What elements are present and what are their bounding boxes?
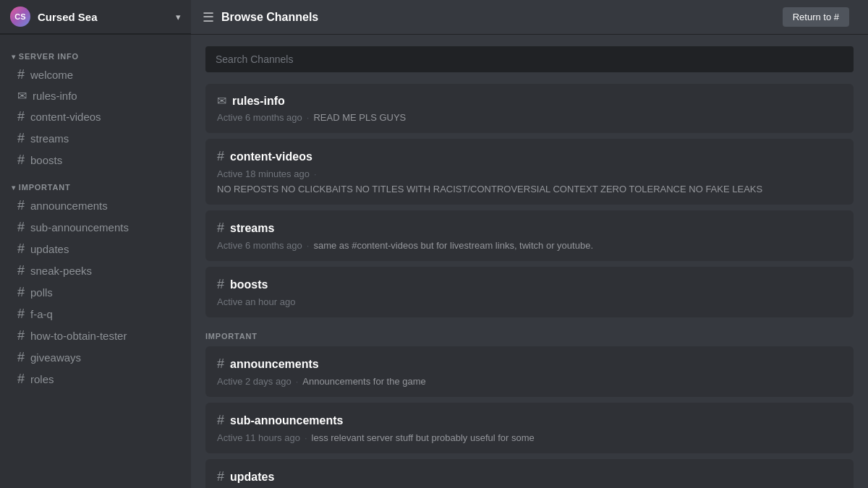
- sidebar-item-how-to-obtain-tester[interactable]: # how-to-obtain-tester: [6, 325, 185, 346]
- category-important[interactable]: ▾ Important: [0, 171, 191, 194]
- sidebar-item-updates[interactable]: # updates: [6, 239, 185, 260]
- channel-card-announcements[interactable]: # announcements Active 2 days ago · Anno…: [205, 346, 854, 397]
- channel-name-f-a-q: f-a-q: [30, 308, 53, 320]
- channel-card-content-videos[interactable]: # content-videos Active 18 minutes ago ·…: [205, 139, 854, 205]
- hash-icon: #: [17, 109, 25, 124]
- hash-card-icon: #: [217, 413, 224, 428]
- card-title: # updates: [217, 469, 842, 484]
- hash-card-icon: #: [217, 221, 224, 236]
- sidebar-item-content-videos[interactable]: # content-videos: [6, 106, 185, 127]
- card-desc-announcements: Announcements for the game: [302, 376, 426, 387]
- card-active-content-videos: Active 18 minutes ago: [217, 168, 310, 179]
- rules-card-icon: ✉: [217, 94, 226, 108]
- sidebar-item-streams[interactable]: # streams: [6, 128, 185, 149]
- category-arrow-icon: ▾: [12, 53, 16, 61]
- channel-card-streams[interactable]: # streams Active 6 months ago · same as …: [205, 210, 854, 261]
- card-desc-content-videos: NO REPOSTS NO CLICKBAITS NO TITLES WITH …: [217, 184, 762, 194]
- return-button[interactable]: Return to #: [783, 7, 849, 27]
- hash-icon: #: [17, 241, 25, 257]
- card-title: # boosts: [217, 277, 842, 292]
- category-arrow-icon: ▾: [12, 184, 16, 192]
- sidebar-item-rules-info[interactable]: ✉ rules-info: [6, 86, 185, 106]
- separator: ·: [307, 112, 310, 123]
- category-server-info[interactable]: ▾ Server Info: [0, 40, 191, 64]
- channel-name-updates: updates: [30, 243, 69, 255]
- rules-icon: ✉: [17, 89, 27, 103]
- card-title: # sub-announcements: [217, 413, 842, 428]
- hash-card-icon: #: [217, 277, 224, 292]
- hash-icon: #: [17, 67, 25, 82]
- hash-icon: #: [17, 153, 25, 168]
- card-meta-content-videos: Active 18 minutes ago · NO REPOSTS NO CL…: [217, 168, 842, 194]
- separator: ·: [314, 168, 317, 179]
- sidebar-item-sneak-peeks[interactable]: # sneak-peeks: [6, 260, 185, 281]
- sidebar-item-boosts[interactable]: # boosts: [6, 150, 185, 171]
- channel-name-announcements: announcements: [30, 200, 108, 212]
- sidebar-item-f-a-q[interactable]: # f-a-q: [6, 304, 185, 325]
- channel-name-boosts: boosts: [30, 154, 62, 166]
- card-title: # content-videos: [217, 149, 842, 164]
- card-name-boosts: boosts: [230, 278, 268, 291]
- hash-card-icon: #: [217, 149, 224, 164]
- sidebar-item-announcements[interactable]: # announcements: [6, 195, 185, 216]
- hash-icon: #: [17, 372, 25, 387]
- sidebar-item-sub-announcements[interactable]: # sub-announcements: [6, 217, 185, 238]
- card-active-announcements: Active 2 days ago: [217, 376, 292, 387]
- separator: ·: [305, 432, 307, 443]
- card-meta-streams: Active 6 months ago · same as #content-v…: [217, 240, 842, 251]
- card-meta-sub-announcements: Active 11 hours ago · less relevant serv…: [217, 432, 842, 443]
- server-name: Cursed Sea: [38, 11, 169, 23]
- card-meta-announcements: Active 2 days ago · Announcements for th…: [217, 376, 842, 387]
- hash-card-icon: #: [217, 469, 224, 484]
- sidebar-item-giveaways[interactable]: # giveaways: [6, 347, 185, 368]
- server-name-area[interactable]: CS Cursed Sea ▾: [0, 0, 191, 34]
- sidebar-item-roles[interactable]: # roles: [6, 369, 185, 390]
- hash-icon: #: [17, 328, 25, 343]
- card-name-content-videos: content-videos: [230, 150, 312, 163]
- hash-icon: #: [17, 131, 25, 146]
- card-name-updates: updates: [230, 471, 274, 484]
- card-title: # announcements: [217, 356, 842, 372]
- card-active-sub-announcements: Active 11 hours ago: [217, 432, 300, 443]
- separator: ·: [296, 376, 299, 387]
- browse-channels-icon: ☰: [203, 9, 214, 25]
- channel-name-roles: roles: [30, 373, 54, 385]
- card-active-rules-info: Active 6 months ago: [217, 112, 302, 123]
- card-desc-rules-info: READ ME PLS GUYS: [313, 112, 406, 123]
- card-name-announcements: announcements: [230, 358, 319, 371]
- sidebar: ▾ Server Info # welcome ✉ rules-info # c…: [0, 35, 191, 488]
- sidebar-item-polls[interactable]: # polls: [6, 282, 185, 303]
- category-server-info-label: Server Info: [19, 52, 79, 61]
- channel-name-streams: streams: [30, 132, 69, 145]
- channel-card-rules-info[interactable]: ✉ rules-info Active 6 months ago · READ …: [205, 84, 854, 133]
- card-name-streams: streams: [230, 222, 274, 235]
- channel-card-boosts[interactable]: # boosts Active an hour ago: [205, 267, 854, 317]
- channel-name-rules-info: rules-info: [33, 90, 77, 102]
- hash-icon: #: [17, 198, 25, 213]
- top-bar: CS Cursed Sea ▾ ☰ Browse Channels Return…: [0, 0, 868, 35]
- hash-icon: #: [17, 285, 25, 300]
- separator: ·: [307, 240, 310, 251]
- card-name-rules-info: rules-info: [232, 95, 285, 108]
- hash-icon: #: [17, 307, 25, 322]
- channel-card-updates[interactable]: # updates Active 1 day ago: [205, 459, 854, 488]
- hash-card-icon: #: [217, 356, 224, 372]
- channel-name-content-videos: content-videos: [30, 111, 101, 123]
- channel-name-sub-announcements: sub-announcements: [30, 221, 129, 234]
- server-avatar: CS: [10, 7, 30, 27]
- section-header-important: IMPORTANT: [205, 332, 854, 341]
- hash-icon: #: [17, 263, 25, 278]
- card-active-streams: Active 6 months ago: [217, 240, 302, 251]
- sidebar-item-welcome[interactable]: # welcome: [6, 64, 185, 85]
- hash-icon: #: [17, 220, 25, 235]
- card-title: ✉ rules-info: [217, 94, 842, 108]
- card-name-sub-announcements: sub-announcements: [230, 414, 343, 427]
- search-input[interactable]: [205, 46, 854, 72]
- browse-channels-title: Browse Channels: [221, 11, 318, 24]
- card-active-boosts: Active an hour ago: [217, 296, 295, 307]
- chevron-down-icon: ▾: [176, 12, 181, 22]
- card-title: # streams: [217, 221, 842, 236]
- card-desc-sub-announcements: less relevant server stuff but probably …: [312, 432, 535, 443]
- channel-card-sub-announcements[interactable]: # sub-announcements Active 11 hours ago …: [205, 403, 854, 453]
- category-important-label: Important: [19, 183, 71, 192]
